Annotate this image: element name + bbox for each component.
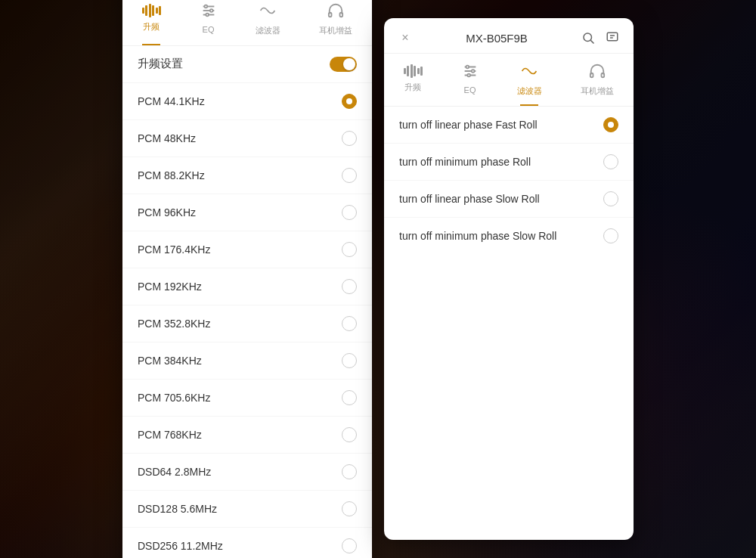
panel2-nav: 升频 EQ xyxy=(384,54,634,107)
tab-label-filter-1: 滤波器 xyxy=(256,25,280,36)
filter-item-2[interactable]: turn off linear phase Slow Roll xyxy=(384,181,634,218)
radio-3[interactable] xyxy=(342,205,357,220)
filter-radio-3[interactable] xyxy=(603,228,618,243)
svg-point-8 xyxy=(204,5,207,8)
panel2-header: × MX-B05F9B xyxy=(384,18,634,54)
tab-headphone-1[interactable]: 耳机增益 xyxy=(313,0,358,39)
toggle-upsample[interactable] xyxy=(330,57,357,72)
item-label-1: PCM 48KHz xyxy=(138,132,196,144)
radio-7[interactable] xyxy=(342,353,357,368)
radio-9[interactable] xyxy=(342,427,357,442)
svg-line-14 xyxy=(590,40,593,43)
svg-point-9 xyxy=(209,9,212,12)
search-icon-2[interactable] xyxy=(579,29,597,47)
headphone-icon-2 xyxy=(589,63,606,83)
item-label-3: PCM 96KHz xyxy=(138,206,196,219)
item-label-11: DSD128 5.6MHz xyxy=(138,503,217,515)
filter-item-1[interactable]: turn off minimum phase Roll xyxy=(384,144,634,181)
item-label-12: DSD256 11.2MHz xyxy=(138,540,223,552)
radio-8[interactable] xyxy=(342,390,357,405)
filter-radio-2[interactable] xyxy=(603,191,618,206)
list-item-7[interactable]: PCM 384KHz xyxy=(122,343,372,380)
tab-headphone-2[interactable]: 耳机增益 xyxy=(575,60,620,100)
header-actions-2 xyxy=(579,29,621,47)
list-item-0[interactable]: PCM 44.1KHz xyxy=(122,83,372,120)
tab-label-upsample-1: 升频 xyxy=(143,21,160,33)
filter-icon-2 xyxy=(521,63,538,83)
list-item-10[interactable]: DSD64 2.8MHz xyxy=(122,454,372,491)
radio-1[interactable] xyxy=(342,131,357,146)
filter-item-3[interactable]: turn off minimum phase Slow Roll xyxy=(384,218,634,254)
radio-5[interactable] xyxy=(342,279,357,294)
radio-6[interactable] xyxy=(342,316,357,331)
tab-eq-2[interactable]: EQ xyxy=(456,60,485,100)
filter-label-1: turn off minimum phase Roll xyxy=(399,156,531,168)
svg-point-10 xyxy=(206,13,209,16)
item-label-4: PCM 176.4KHz xyxy=(138,243,210,256)
list-item-1[interactable]: PCM 48KHz xyxy=(122,120,372,157)
svg-rect-12 xyxy=(340,12,343,17)
radio-11[interactable] xyxy=(342,501,357,516)
radio-0[interactable] xyxy=(342,94,357,109)
tab-label-upsample-2: 升频 xyxy=(404,82,421,93)
item-label-5: PCM 192KHz xyxy=(138,281,202,293)
headphone-icon-1 xyxy=(327,2,344,23)
item-label-2: PCM 88.2KHz xyxy=(138,169,205,181)
list-item-3[interactable]: PCM 96KHz xyxy=(122,194,372,231)
section-header-1: 升频设置 xyxy=(122,46,372,83)
waveform-icon-1 xyxy=(142,2,162,19)
list-item-6[interactable]: PCM 352.8KHz xyxy=(122,305,372,343)
svg-point-13 xyxy=(584,33,592,42)
panel-filter: × MX-B05F9B xyxy=(384,18,634,540)
svg-rect-24 xyxy=(590,73,593,78)
radio-2[interactable] xyxy=(342,168,357,183)
panels-container: × MX-B05F9B xyxy=(0,0,756,558)
tab-upsample-2[interactable]: 升频 xyxy=(398,60,429,100)
svg-rect-15 xyxy=(607,33,618,41)
panel1-content: 升频设置 PCM 44.1KHz PCM 48KHz PCM 88.2KHz P… xyxy=(122,46,372,559)
list-item-5[interactable]: PCM 192KHz xyxy=(122,268,372,305)
item-label-0: PCM 44.1KHz xyxy=(138,95,205,107)
filter-label-0: turn off linear phase Fast Roll xyxy=(399,119,538,131)
item-label-9: PCM 768KHz xyxy=(138,429,202,441)
eq-icon-2 xyxy=(462,63,479,83)
filter-label-2: turn off linear phase Slow Roll xyxy=(399,193,540,205)
radio-10[interactable] xyxy=(342,464,357,479)
list-item-2[interactable]: PCM 88.2KHz xyxy=(122,157,372,194)
svg-rect-25 xyxy=(602,73,605,78)
panel-upsample: × MX-B05F9B xyxy=(122,0,372,558)
svg-point-22 xyxy=(471,70,474,73)
filter-radio-0[interactable] xyxy=(603,117,618,132)
tab-label-eq-2: EQ xyxy=(464,85,476,95)
filter-radio-1[interactable] xyxy=(603,154,618,169)
item-label-7: PCM 384KHz xyxy=(138,355,202,367)
list-item-11[interactable]: DSD128 5.6MHz xyxy=(122,491,372,528)
svg-point-23 xyxy=(467,74,470,77)
radio-4[interactable] xyxy=(342,242,357,257)
tab-label-eq-1: EQ xyxy=(203,25,215,34)
list-item-4[interactable]: PCM 176.4KHz xyxy=(122,231,372,268)
list-item-9[interactable]: PCM 768KHz xyxy=(122,417,372,454)
tab-filter-2[interactable]: 滤波器 xyxy=(511,60,548,100)
list-item-8[interactable]: PCM 705.6KHz xyxy=(122,380,372,417)
tab-upsample-1[interactable]: 升频 xyxy=(136,0,168,39)
tab-eq-1[interactable]: EQ xyxy=(194,0,223,39)
tab-label-headphone-2: 耳机增益 xyxy=(581,85,614,97)
filter-icon-1 xyxy=(259,2,276,23)
tab-label-headphone-1: 耳机增益 xyxy=(319,25,352,36)
svg-rect-11 xyxy=(329,12,332,17)
tab-label-filter-2: 滤波器 xyxy=(517,85,542,97)
list-item-12[interactable]: DSD256 11.2MHz xyxy=(122,528,372,559)
item-label-10: DSD64 2.8MHz xyxy=(138,466,211,478)
radio-12[interactable] xyxy=(342,538,357,553)
item-label-6: PCM 352.8KHz xyxy=(138,318,210,330)
filter-item-0[interactable]: turn off linear phase Fast Roll xyxy=(384,107,634,144)
close-button-2[interactable]: × xyxy=(396,31,414,45)
section-title-1: 升频设置 xyxy=(138,57,183,71)
filter-label-3: turn off minimum phase Slow Roll xyxy=(399,230,556,242)
item-label-8: PCM 705.6KHz xyxy=(138,392,210,404)
message-icon-2[interactable] xyxy=(603,29,621,47)
panel2-title: MX-B05F9B xyxy=(414,32,579,45)
panel2-content: turn off linear phase Fast Roll turn off… xyxy=(384,107,634,540)
tab-filter-1[interactable]: 滤波器 xyxy=(249,0,287,39)
